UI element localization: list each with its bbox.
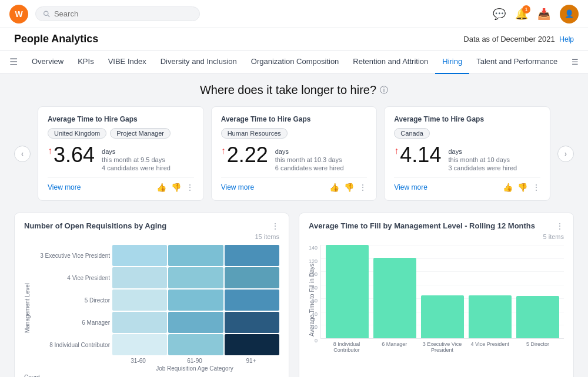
bar-group-4	[469, 245, 512, 338]
y-label-80: 80	[309, 285, 318, 291]
card-1-view-more[interactable]: View more	[48, 183, 81, 191]
bar-3	[421, 295, 464, 338]
menu-icon[interactable]: ☰	[9, 56, 18, 68]
chart2-items: 5 items	[309, 233, 564, 240]
section-title: Where does it take longer to hire? ⓘ	[14, 83, 574, 97]
more-options-icon-3[interactable]: ⋮	[532, 183, 540, 192]
bar-x-label-2: 6 Manager	[373, 341, 416, 353]
tab-vibe[interactable]: VIBE Index	[101, 51, 153, 74]
more-options-icon-2[interactable]: ⋮	[359, 183, 367, 192]
card-2-stats: ↑ 2.22 days this month at 10.3 days 6 ca…	[221, 144, 368, 171]
thumbs-up-icon-2[interactable]: 👍	[329, 183, 339, 192]
heatmap-x-labels: 31-60 61-90 91+	[34, 358, 279, 364]
y-label-120: 120	[309, 258, 318, 264]
card-2-title: Average Time to Hire Gaps	[221, 115, 368, 123]
up-arrow-icon-3: ↑	[394, 146, 399, 156]
row-1-label: 3 Executive Vice President	[34, 253, 110, 259]
card-3-title: Average Time to Hire Gaps	[394, 115, 540, 123]
search-box[interactable]	[35, 6, 200, 21]
card-2-tags: Human Resources	[221, 128, 368, 139]
card-3-sub-stats: days this month at 10 days 3 candidates …	[448, 146, 517, 171]
svg-point-0	[44, 11, 48, 15]
prev-arrow[interactable]: ‹	[14, 146, 31, 162]
thumbs-down-icon-2[interactable]: 👎	[344, 183, 354, 192]
card-3-number: ↑ 4.14	[394, 144, 441, 166]
card-1-footer: View more 👍 👎 ⋮	[48, 177, 194, 192]
tabbar: ☰ Overview KPIs VIBE Index Diversity and…	[0, 51, 588, 74]
card-2-footer: View more 👍 👎 ⋮	[221, 177, 368, 192]
heatmap-row-3: 5 Director	[34, 290, 279, 311]
thumbs-up-icon-3[interactable]: 👍	[503, 183, 513, 192]
card-1-number: ↑ 3.64	[48, 144, 95, 166]
notifications-icon[interactable]: 🔔 1	[515, 8, 528, 21]
tab-hiring[interactable]: Hiring	[435, 51, 469, 74]
tab-org[interactable]: Organization Composition	[244, 51, 346, 74]
row-2-label: 4 Vice President	[34, 275, 110, 281]
row-4-label: 6 Manager	[34, 319, 110, 326]
bar-x-label-5: 5 Director	[516, 341, 559, 353]
heatmap-rows: 3 Executive Vice President 4 Vice Presid…	[34, 245, 279, 355]
card-2-number: ↑ 2.22	[221, 144, 268, 166]
chart1-title: Number of Open Requisitions by Aging	[24, 221, 166, 230]
user-avatar[interactable]: 👤	[560, 5, 579, 23]
y-label-40: 40	[309, 311, 318, 317]
heatmap-row-4: 6 Manager	[34, 312, 279, 333]
chart1-header: Number of Open Requisitions by Aging ⋮	[24, 221, 279, 231]
card-1-stats: ↑ 3.64 days this month at 9.5 days 4 can…	[48, 144, 194, 171]
next-arrow[interactable]: ›	[557, 146, 574, 162]
tab-talent[interactable]: Talent and Performance	[469, 51, 564, 74]
search-input[interactable]	[54, 9, 192, 18]
bar-1	[326, 245, 369, 338]
card-3-tags: Canada	[394, 128, 540, 139]
chart2-title: Average Time to Fill by Management Level…	[309, 221, 535, 230]
chart1-menu-icon[interactable]: ⋮	[271, 221, 279, 231]
bar-group-1	[326, 245, 369, 338]
row-3-label: 5 Director	[34, 297, 110, 304]
tabbar-more-icon[interactable]: ☰	[572, 58, 579, 66]
bar-x-label-4: 4 Vice President	[469, 341, 512, 353]
card-1-sub-stats: days this month at 9.5 days 4 candidates…	[102, 146, 171, 171]
chat-icon[interactable]: 💬	[493, 8, 506, 21]
thumbs-up-icon[interactable]: 👍	[156, 183, 166, 192]
inbox-icon[interactable]: 📥	[537, 8, 550, 21]
card-3-stats: ↑ 4.14 days this month at 10 days 3 cand…	[394, 144, 540, 171]
up-arrow-icon-2: ↑	[221, 146, 226, 156]
info-icon[interactable]: ⓘ	[380, 85, 388, 96]
x-label-1: 31-60	[110, 358, 166, 364]
page-header: People Analytics Data as of December 202…	[0, 28, 588, 51]
tab-kpis[interactable]: KPIs	[71, 51, 101, 74]
bar-4	[469, 295, 512, 338]
bar-x-label-1: 8 Individual Contributor	[325, 341, 368, 353]
heatmap-row-1: 3 Executive Vice President	[34, 245, 279, 266]
bar-x-label-3: 3 Executive Vice President	[420, 341, 463, 353]
tab-diversity[interactable]: Diversity and Inclusion	[153, 51, 244, 74]
hire-gap-card-2: Average Time to Hire Gaps Human Resource…	[211, 106, 377, 201]
up-arrow-icon: ↑	[48, 146, 52, 156]
card-2-tag-1: Human Resources	[221, 128, 288, 139]
tab-overview[interactable]: Overview	[25, 51, 71, 74]
x-label-2: 61-90	[166, 358, 223, 364]
chart2-menu-icon[interactable]: ⋮	[556, 221, 564, 231]
chart1-items: 15 items	[24, 233, 279, 240]
thumbs-down-icon-3[interactable]: 👎	[517, 183, 527, 192]
hire-gap-card-1: Average Time to Hire Gaps United Kingdom…	[38, 106, 204, 201]
bar-x-labels: 8 Individual Contributor 6 Manager 3 Exe…	[320, 339, 564, 355]
heatmap-chart-card: Number of Open Requisitions by Aging ⋮ 1…	[14, 213, 289, 377]
card-1-actions: 👍 👎 ⋮	[156, 183, 194, 192]
more-options-icon[interactable]: ⋮	[186, 183, 194, 192]
bar-chart-card: Average Time to Fill by Management Level…	[299, 213, 574, 377]
help-link[interactable]: Help	[559, 35, 574, 43]
tab-retention[interactable]: Retention and Attrition	[346, 51, 435, 74]
thumbs-down-icon[interactable]: 👎	[171, 183, 181, 192]
main-content: Where does it take longer to hire? ⓘ ‹ A…	[0, 74, 588, 377]
chart1-y-axis-label: Management Level	[24, 283, 34, 333]
bar-2	[373, 258, 416, 338]
cards-row: ‹ Average Time to Hire Gaps United Kingd…	[14, 106, 574, 201]
card-1-title: Average Time to Hire Gaps	[48, 115, 194, 123]
card-2-sub-stats: days this month at 10.3 days 6 candidate…	[275, 146, 344, 171]
card-3-tag-1: Canada	[394, 128, 430, 139]
workday-logo[interactable]: W	[9, 5, 28, 23]
bar-chart-container: Average Time to Fill in Days 140 120 100…	[309, 245, 564, 355]
card-3-view-more[interactable]: View more	[394, 183, 427, 191]
card-2-view-more[interactable]: View more	[221, 183, 254, 191]
